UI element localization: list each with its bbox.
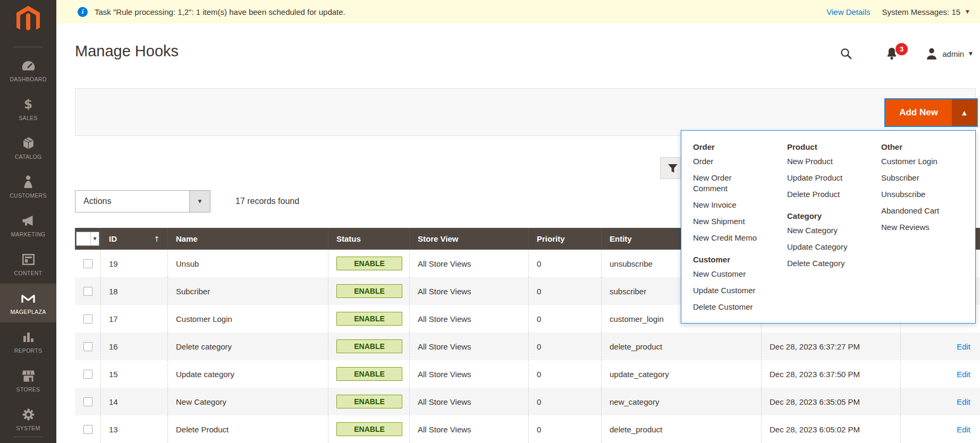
search-icon[interactable] — [840, 47, 852, 60]
menu-item[interactable]: New Customer — [693, 266, 760, 283]
menu-item[interactable]: New Product — [787, 154, 854, 170]
cell-status: ENABLE — [328, 415, 409, 443]
cell-id: 16 — [100, 333, 167, 360]
sidebar-item-label: MAGEPLAZA — [11, 309, 46, 315]
row-checkbox[interactable] — [83, 287, 92, 296]
edit-link[interactable]: Edit — [957, 342, 970, 351]
add-new-button[interactable]: Add New — [885, 99, 952, 126]
cell-name: New Category — [167, 388, 328, 415]
cell-name: Unsub — [167, 250, 328, 277]
content-icon — [22, 253, 35, 267]
cell-sel — [75, 277, 100, 305]
cell-sel — [75, 360, 100, 388]
magento-logo[interactable] — [0, 5, 56, 35]
menu-item[interactable]: New Reviews — [881, 219, 948, 236]
menu-item[interactable]: Delete Category — [787, 255, 854, 272]
sidebar-item-content[interactable]: CONTENT — [0, 245, 56, 284]
cell-name: Update category — [167, 360, 328, 388]
select-all-checkbox[interactable]: ▼ — [76, 232, 99, 246]
sidebar-item-customers[interactable]: CUSTOMERS — [0, 167, 56, 206]
system-messages-label[interactable]: System Messages: 15 — [882, 7, 961, 16]
column-header-priority[interactable]: Priority — [528, 228, 601, 250]
sidebar-item-dashboard[interactable]: DASHBOARD — [0, 51, 56, 90]
cell-id: 14 — [100, 388, 167, 415]
cell-entity: new_category — [601, 388, 761, 415]
menu-group-title: Product — [787, 142, 881, 151]
edit-link[interactable]: Edit — [957, 425, 970, 434]
sidebar-item-mageplaza[interactable]: MAGEPLAZA — [0, 284, 56, 322]
notifications-bell-icon[interactable]: 3 — [885, 47, 898, 61]
menu-item[interactable]: Order — [693, 154, 760, 170]
row-checkbox[interactable] — [83, 425, 92, 434]
cell-id: 19 — [100, 250, 167, 277]
menu-item[interactable]: Subscriber — [881, 170, 948, 186]
column-header-id[interactable]: ID↑ — [100, 228, 167, 250]
cell-sel — [75, 305, 100, 333]
menu-group-title: Customer — [693, 255, 787, 264]
sidebar: DASHBOARD$SALESCATALOGCUSTOMERSMARKETING… — [0, 0, 56, 443]
system-messages-caret-icon[interactable]: ▼ — [966, 9, 969, 14]
menu-group-title: Order — [693, 142, 787, 151]
menu-item[interactable]: Delete Product — [787, 186, 854, 203]
cell-created: Dec 28, 2023 6:05:02 PM — [761, 415, 900, 443]
menu-item[interactable]: New Shipment — [693, 214, 760, 230]
menu-item[interactable]: New Order Comment — [693, 170, 760, 197]
page-title: Manage Hooks — [75, 42, 179, 60]
sidebar-item-catalog[interactable]: CATALOG — [0, 129, 56, 167]
sidebar-item-reports[interactable]: REPORTS — [0, 322, 56, 361]
column-header-name[interactable]: Name — [167, 228, 328, 250]
add-new-menu: OrderOrderNew Order CommentNew InvoiceNe… — [681, 130, 976, 323]
view-details-link[interactable]: View Details — [826, 7, 870, 16]
column-header-status[interactable]: Status — [328, 228, 409, 250]
sidebar-item-label: SALES — [19, 115, 37, 121]
status-badge: ENABLE — [336, 257, 402, 270]
menu-item[interactable]: Customer Login — [881, 154, 948, 170]
table-row: 13Delete ProductENABLEAll Store Views0de… — [75, 415, 980, 443]
table-row: 16Delete categoryENABLEAll Store Views0d… — [75, 333, 980, 360]
menu-item[interactable]: New Credit Memo — [693, 230, 760, 246]
cell-id: 17 — [100, 305, 167, 333]
caret-up-icon: ▲ — [962, 109, 966, 116]
menu-item[interactable]: Update Category — [787, 239, 854, 255]
menu-item[interactable]: Abandoned Cart — [881, 203, 948, 219]
user-icon — [926, 47, 937, 60]
column-header-store[interactable]: Store View — [409, 228, 528, 250]
menu-item[interactable]: Unsubscribe — [881, 186, 948, 203]
menu-item[interactable]: Delete Customer — [693, 299, 760, 316]
sidebar-item-system[interactable]: SYSTEM — [0, 400, 56, 439]
menu-item[interactable]: New Invoice — [693, 197, 760, 214]
marketing-icon — [22, 214, 35, 228]
edit-link[interactable]: Edit — [957, 397, 970, 406]
catalog-icon — [22, 137, 35, 150]
add-new-toggle-button[interactable]: ▲ — [952, 99, 977, 126]
cell-priority: 0 — [528, 388, 601, 415]
sidebar-item-marketing[interactable]: MARKETING — [0, 206, 56, 245]
cell-priority: 0 — [528, 415, 601, 443]
actions-dropdown[interactable]: Actions ▼ — [75, 190, 210, 212]
row-checkbox[interactable] — [83, 342, 92, 351]
cell-store: All Store Views — [409, 415, 528, 443]
cell-priority: 0 — [528, 305, 601, 333]
sales-icon: $ — [24, 98, 32, 112]
cell-status: ENABLE — [328, 250, 409, 277]
sidebar-item-stores[interactable]: STORES — [0, 361, 56, 400]
magento-logo-icon — [15, 5, 41, 35]
menu-item[interactable]: Update Product — [787, 170, 854, 186]
sidebar-item-sales[interactable]: $SALES — [0, 90, 56, 129]
records-count: 17 records found — [235, 190, 299, 212]
menu-item[interactable]: New Category — [787, 223, 854, 239]
menu-item[interactable]: Update Customer — [693, 283, 760, 299]
sidebar-divider — [13, 437, 43, 437]
actions-dropdown-caret[interactable]: ▼ — [189, 191, 210, 212]
sort-ascending-icon: ↑ — [154, 235, 160, 243]
edit-link[interactable]: Edit — [957, 370, 970, 379]
admin-menu[interactable]: admin ▼ — [926, 47, 973, 60]
chevron-down-icon: ▼ — [198, 199, 202, 204]
row-checkbox[interactable] — [83, 259, 92, 268]
sidebar-item-label: MARKETING — [11, 231, 45, 237]
row-checkbox[interactable] — [83, 370, 92, 379]
sidebar-menu: DASHBOARD$SALESCATALOGCUSTOMERSMARKETING… — [0, 51, 56, 439]
row-checkbox[interactable] — [83, 397, 92, 406]
row-checkbox[interactable] — [83, 314, 92, 323]
stores-icon — [22, 369, 35, 383]
